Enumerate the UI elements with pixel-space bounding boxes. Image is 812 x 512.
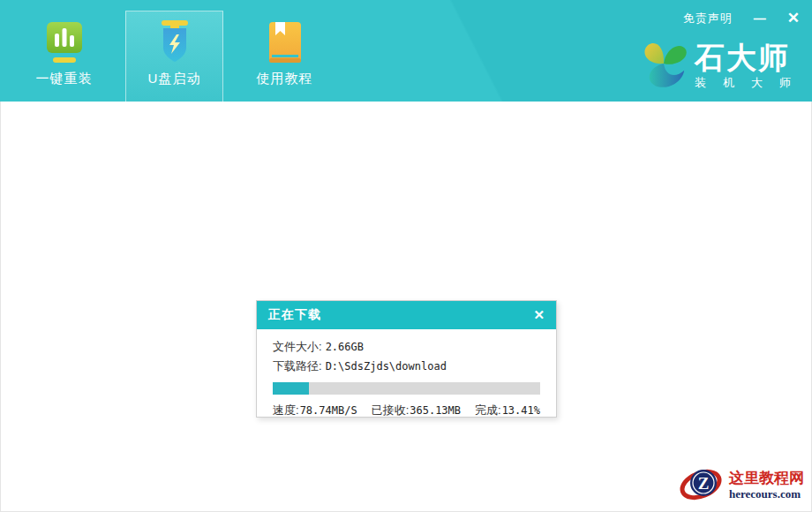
download-path-row: 下载路径:D:\SdsZjds\download: [273, 357, 540, 376]
minimize-button[interactable]: —: [754, 14, 766, 23]
main-content: 正在下载 ✕ 文件大小:2.66GB 下载路径:D:\SdsZjds\downl…: [0, 102, 812, 512]
progress-bar-track: [273, 382, 540, 395]
download-dialog: 正在下载 ✕ 文件大小:2.66GB 下载路径:D:\SdsZjds\downl…: [256, 300, 557, 418]
tab-tutorial[interactable]: 使用教程: [229, 0, 340, 102]
received-stat: 已接收:365.13MB: [372, 403, 461, 418]
tab-one-key-reinstall[interactable]: 一键重装: [9, 0, 119, 102]
download-path-value: D:\SdsZjds\download: [326, 360, 447, 373]
close-button[interactable]: ✕: [787, 12, 800, 25]
watermark-site-url: herecours.com: [729, 487, 804, 501]
site-watermark: Z 这里教程网 herecours.com: [676, 463, 811, 511]
brand-text: 石大师 装机大师: [695, 41, 791, 91]
window-controls: 免责声明 — ✕: [683, 11, 800, 26]
book-icon: [260, 19, 310, 68]
svg-text:Z: Z: [698, 474, 710, 493]
progress-bar-fill: [273, 382, 309, 395]
usb-shield-icon: [150, 19, 199, 68]
brand-logo: 石大师 装机大师: [638, 35, 791, 95]
dialog-title: 正在下载: [268, 307, 321, 323]
tab-label: 使用教程: [257, 71, 313, 87]
tab-usb-boot[interactable]: U盘启动: [119, 0, 229, 102]
disclaimer-link[interactable]: 免责声明: [683, 11, 733, 26]
download-stats-row: 速度:78.74MB/S 已接收:365.13MB 完成:13.41%: [273, 403, 540, 418]
file-size-label: 文件大小:: [273, 340, 322, 353]
bar-chart-icon: [40, 19, 89, 68]
tab-label: U盘启动: [148, 71, 201, 87]
watermark-site-name: 这里教程网: [729, 470, 804, 487]
brand-title: 石大师: [695, 41, 791, 74]
file-size-value: 2.66GB: [326, 341, 364, 353]
header: 一键重装 U盘启动: [0, 0, 812, 102]
app-window: 一键重装 U盘启动: [0, 0, 812, 512]
dialog-titlebar: 正在下载 ✕: [257, 301, 556, 329]
brand-pinwheel-icon: [638, 35, 689, 95]
file-size-row: 文件大小:2.66GB: [273, 337, 540, 357]
brand-subtitle: 装机大师: [695, 75, 808, 91]
tab-label: 一键重装: [36, 71, 93, 87]
tab-bar: 一键重装 U盘启动: [9, 0, 340, 102]
dialog-close-icon[interactable]: ✕: [533, 307, 545, 323]
speed-stat: 速度:78.74MB/S: [273, 403, 357, 418]
watermark-logo-icon: Z: [680, 463, 726, 508]
watermark-text: 这里教程网 herecours.com: [729, 470, 804, 501]
completed-stat: 完成:13.41%: [475, 403, 540, 418]
download-path-label: 下载路径:: [273, 359, 322, 373]
dialog-body: 文件大小:2.66GB 下载路径:D:\SdsZjds\download 速度:…: [257, 329, 556, 418]
